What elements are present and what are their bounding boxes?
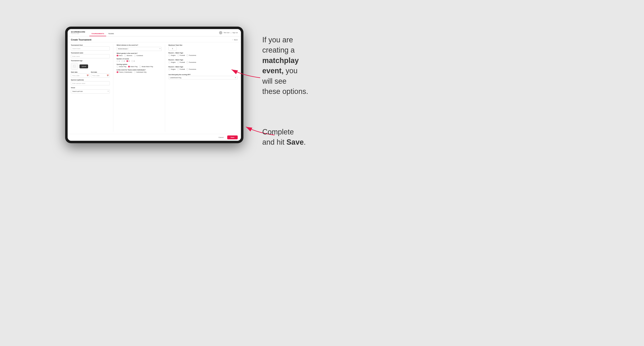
calendar-icon: 📅	[87, 75, 89, 77]
cancel-button[interactable]: Cancel	[216, 136, 226, 139]
scoring-stroke[interactable]: Stroke Play	[116, 66, 126, 67]
round-4[interactable]: 4	[131, 60, 134, 62]
round3-singles[interactable]: Singles	[168, 68, 176, 70]
max-team-size-group: Maximum Team Size	[168, 44, 238, 50]
radio-r2-singles	[168, 61, 170, 63]
tablet-screen: SCOREBOARD Powered by clippit TOURNAMENT…	[68, 29, 241, 141]
radio-round-2	[122, 60, 123, 62]
round2-fourball[interactable]: Fourball	[177, 61, 185, 63]
teams-radio-group: Teams (+Individuals) Individuals Only	[116, 71, 162, 73]
divider-2	[165, 44, 165, 132]
page-title: Create Tournament	[71, 38, 92, 41]
teams-plus-ind[interactable]: Teams (+Individuals)	[116, 71, 132, 73]
date-row: Start date 📅 End date 📅	[71, 71, 110, 78]
round3-fourball[interactable]: Fourball	[177, 68, 185, 70]
radio-r3-foursomes	[186, 68, 188, 70]
tournament-host-group: Tournament Host	[71, 44, 110, 50]
sponsor-input[interactable]	[71, 81, 110, 85]
upload-button[interactable]: Upload	[80, 64, 88, 68]
end-date-label: End date	[91, 71, 110, 73]
radio-individuals	[134, 71, 136, 73]
logo-upload-area: Upload	[71, 63, 110, 70]
radio-round-4	[131, 60, 133, 62]
tournament-name-label: Tournament name	[71, 52, 110, 54]
back-button[interactable]: ← Back	[232, 39, 238, 41]
venue-select-wrapper: Search golf club	[71, 89, 110, 94]
end-date-wrapper: 📅	[91, 73, 110, 78]
teams-label: Is this event for Teams and/or Individua…	[116, 69, 162, 71]
radio-teams	[116, 71, 118, 73]
arrow-1	[223, 63, 264, 80]
tournament-host-input[interactable]	[71, 46, 110, 50]
round-2[interactable]: 2	[122, 60, 125, 62]
scoring-label: Scoring system	[116, 64, 162, 65]
round1-section: Round 1 - Match Type Singles Fourball	[168, 52, 238, 56]
max-team-size-input[interactable]	[168, 46, 176, 50]
nav-tab-tournaments[interactable]: TOURNAMENTS	[89, 29, 106, 36]
form-col-mid: Which division is the event for? NCAA Di…	[116, 44, 162, 132]
radio-r1-foursomes	[186, 54, 188, 56]
divider-1	[113, 44, 113, 132]
gender-radio-group: Mens Womens Combined	[116, 55, 162, 56]
start-date-wrapper: 📅	[71, 73, 90, 78]
scoring-match[interactable]: Match Play	[128, 66, 138, 67]
radio-combined	[134, 55, 136, 56]
round1-foursomes[interactable]: Foursomes	[186, 54, 196, 56]
app-logo: SCOREBOARD	[71, 31, 85, 33]
round1-fourball[interactable]: Fourball	[177, 54, 185, 56]
tournament-name-input[interactable]	[71, 54, 110, 58]
gender-womens[interactable]: Womens	[124, 55, 132, 56]
gender-combined-label: Combined	[136, 55, 143, 56]
division-select[interactable]: NCAA Division I	[116, 47, 162, 51]
form-col-right: Maximum Team Size Round 1 - Match Type S…	[168, 44, 238, 132]
round2-radio-group: Singles Fourball Foursomes	[168, 61, 238, 63]
radio-r3-singles	[168, 68, 170, 70]
gender-mens[interactable]: Mens	[116, 55, 122, 56]
max-team-size-label: Maximum Team Size	[168, 44, 238, 46]
radio-r1-singles	[168, 54, 170, 56]
round2-singles[interactable]: Singles	[168, 61, 176, 63]
round3-foursomes[interactable]: Foursomes	[186, 68, 196, 70]
rounds-label: Number of rounds	[116, 58, 162, 60]
round-1[interactable]: 1	[116, 60, 120, 62]
gender-combined[interactable]: Combined	[134, 55, 143, 56]
radio-r1-fourball	[177, 54, 179, 56]
tablet-device: SCOREBOARD Powered by clippit TOURNAMENT…	[65, 27, 244, 143]
round-3[interactable]: 3	[126, 60, 130, 62]
radio-womens	[124, 55, 126, 56]
nav-tabs: TOURNAMENTS TEAMS	[89, 29, 116, 36]
round1-singles[interactable]: Singles	[168, 54, 176, 56]
teams-group: Is this event for Teams and/or Individua…	[116, 69, 162, 73]
gender-group: Which gender is the event for? Mens Wome…	[116, 53, 162, 56]
radio-stroke	[116, 66, 118, 67]
annotation-bottom: Completeand hit Save.	[262, 127, 306, 148]
round2-foursomes[interactable]: Foursomes	[186, 61, 196, 63]
venue-group: Venue Search golf club	[71, 87, 110, 94]
form-area: Tournament Host Tournament name Tourname…	[68, 42, 241, 134]
radio-match	[128, 66, 130, 67]
scoring-medal[interactable]: Medal Match Play	[139, 66, 153, 67]
gender-label: Which gender is the event for?	[116, 53, 162, 54]
sign-out-link[interactable]: Sign out	[232, 32, 238, 33]
round2-section: Round 2 - Match Type Singles Fourball	[168, 59, 238, 63]
save-button[interactable]: Save	[227, 136, 238, 139]
individuals-only[interactable]: Individuals Only	[134, 71, 146, 73]
radio-round-1	[116, 60, 118, 62]
tournament-logo-label: Tournament logo	[71, 60, 110, 61]
round2-label: Round 2 - Match Type	[168, 59, 238, 61]
annotation-top: If you arecreating amatchplayevent, youw…	[262, 35, 308, 97]
end-date-group: End date 📅	[91, 71, 110, 78]
page-header: Create Tournament ← Back	[68, 36, 241, 42]
svg-point-1	[74, 66, 74, 66]
rounds-radio-group: 1 2 3 4	[116, 60, 162, 62]
calendar-icon-2: 📅	[107, 75, 109, 77]
round1-radio-group: Singles Fourball Foursomes	[168, 54, 238, 56]
start-date-label: Start date	[71, 71, 90, 73]
nav-tab-teams[interactable]: TEAMS	[106, 29, 116, 36]
annotation-bottom-text: Completeand hit Save.	[262, 128, 306, 146]
start-date-group: Start date 📅	[71, 71, 90, 78]
venue-select[interactable]: Search golf club	[71, 89, 110, 94]
radio-medal	[139, 66, 141, 67]
division-label: Which division is the event for?	[116, 44, 162, 46]
user-name: Test User	[224, 32, 230, 33]
